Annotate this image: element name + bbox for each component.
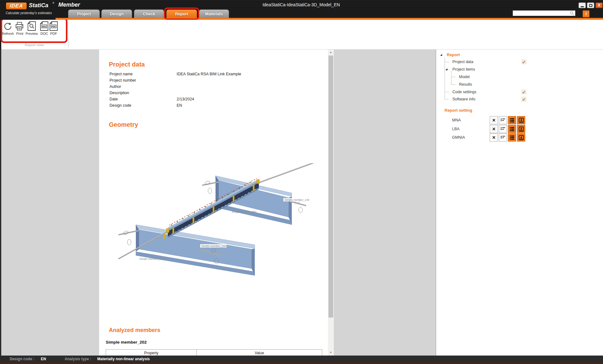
tab-design[interactable]: Design: [101, 9, 132, 18]
bottom-strip: [0, 362, 603, 364]
picture-icon: [519, 135, 524, 140]
field-project-number: Project number: [109, 78, 177, 84]
analysis-type-label: Analysis type :: [65, 357, 91, 361]
tree-item-project-items[interactable]: Project items: [452, 67, 475, 72]
label-member-149: Simple member_149: [285, 198, 309, 201]
minimize-icon: [581, 6, 584, 7]
mna-detailed-output-button[interactable]: [508, 116, 516, 124]
detailed-list-icon: [510, 118, 515, 123]
window-title: IdeaStatiCa-IdeaStatiCa-3D_Model_EN: [220, 2, 383, 7]
group-separator: [68, 37, 69, 48]
report-scrollbar[interactable]: ▲ ▼: [328, 50, 334, 356]
project-data-checkbox[interactable]: ✔: [521, 59, 526, 64]
geometry-heading: Geometry: [109, 121, 138, 128]
report-settings-panel: ◢ Report Project data ✔ ◢ Project items …: [436, 50, 603, 356]
report-tab-highlight: [164, 8, 199, 20]
analysis-label-mna: MNA: [452, 118, 471, 122]
tab-check[interactable]: Check: [134, 9, 164, 18]
status-bar: Design code : EN Analysis type : Materia…: [0, 356, 603, 362]
lba-detailed-output-button[interactable]: [508, 125, 516, 133]
search-box: [513, 10, 575, 16]
analysis-label-gmnia: GMNIA: [452, 135, 471, 140]
member-202-heading: Simple member_202: [106, 340, 147, 345]
toolbar-highlight: [1, 18, 67, 43]
brand-tagline: Calculate yesterday's estimates: [6, 11, 52, 15]
brief-list-icon: [500, 118, 505, 123]
lba-brief-output-button[interactable]: [499, 125, 507, 133]
tree-item-software-info[interactable]: Software info: [452, 97, 475, 101]
app-name: Member: [58, 2, 80, 8]
lba-none-output-button[interactable]: ✕: [490, 125, 498, 133]
close-button[interactable]: X: [595, 3, 603, 8]
gmnia-detailed-output-button[interactable]: [508, 133, 516, 142]
title-bar: IDEA StatiCa ® Member Calculate yesterda…: [0, 0, 603, 20]
lba-pictures-output-button[interactable]: [517, 125, 525, 133]
brief-list-icon: [500, 135, 505, 140]
tree-item-model[interactable]: Model: [459, 75, 470, 79]
mna-pictures-output-button[interactable]: [517, 116, 525, 124]
report-page: Project data Project nameIDEA StatiCa RS…: [99, 50, 328, 356]
scrollbar-thumb[interactable]: [328, 56, 333, 318]
design-code-value: EN: [41, 357, 46, 361]
field-date: Date2/13/2024: [109, 97, 194, 103]
maximize-icon: [589, 4, 592, 7]
tab-underline: [56, 18, 603, 20]
code-settings-checkbox[interactable]: ✔: [521, 89, 526, 94]
detailed-list-icon: [510, 135, 515, 140]
member-202: [166, 178, 259, 238]
analysis-label-lba: LBA: [452, 127, 471, 131]
field-project-name: Project nameIDEA StatiCa RSA BIM Link Ex…: [109, 72, 241, 78]
label-member-159: Simple member_159: [201, 244, 226, 248]
geometry-3d-view: Simple member_149 Simple member_202 Simp…: [118, 163, 326, 314]
tree-item-code-settings[interactable]: Code settings: [452, 90, 476, 94]
label-member-202: Simple member_202: [232, 210, 257, 213]
tree-root-report[interactable]: Report: [447, 52, 460, 57]
registered-mark: ®: [52, 2, 54, 4]
picture-icon: [519, 126, 524, 132]
brief-list-icon: [500, 126, 505, 131]
close-icon: X: [598, 3, 600, 8]
tree-item-results[interactable]: Results: [459, 82, 472, 87]
report-setting-heading: Report setting: [445, 108, 472, 113]
software-info-checkbox[interactable]: ✔: [521, 97, 526, 102]
search-input[interactable]: [514, 11, 569, 16]
maximize-button[interactable]: [587, 3, 594, 8]
field-description: Description: [109, 91, 177, 97]
idea-logo: IDEA: [6, 2, 27, 10]
logo-text: IDEA: [9, 3, 24, 9]
mna-none-output-button[interactable]: ✕: [490, 116, 498, 124]
toolbar-group-label: Report view: [0, 43, 68, 47]
label-member-201: Simple member_201: [139, 257, 164, 260]
tab-project[interactable]: Project: [68, 9, 100, 18]
detailed-list-icon: [510, 126, 515, 131]
field-design-code: Design codeEN: [109, 103, 182, 110]
search-icon[interactable]: [570, 11, 574, 16]
field-author: Author: [109, 84, 177, 91]
analysis-type-value: Materially non-linear analysis: [97, 357, 150, 361]
minimize-button[interactable]: [579, 3, 586, 8]
gmnia-none-output-button[interactable]: ✕: [490, 133, 498, 142]
workspace: Project data Project nameIDEA StatiCa RS…: [0, 50, 603, 356]
mna-brief-output-button[interactable]: [499, 116, 507, 124]
picture-icon: [519, 118, 524, 123]
beam-201: [136, 225, 255, 276]
info-button[interactable]: i: [583, 10, 590, 17]
tab-materials[interactable]: Materials: [199, 9, 229, 18]
scroll-down-icon[interactable]: ▼: [328, 350, 334, 356]
project-data-heading: Project data: [109, 61, 145, 68]
gmnia-brief-output-button[interactable]: [499, 133, 507, 142]
left-edge: [0, 50, 1, 356]
tree-item-project-data[interactable]: Project data: [452, 60, 473, 64]
collapse-triangle-icon[interactable]: ◢: [440, 53, 442, 56]
analyzed-members-heading: Analyzed members: [109, 327, 160, 334]
ribbon-toolbar: Refresh Print Preview: [0, 20, 603, 50]
statica-logo-text: StatiCa: [29, 2, 48, 9]
gmnia-pictures-output-button[interactable]: [517, 133, 525, 142]
expand-triangle-icon[interactable]: ◢: [446, 68, 447, 71]
scroll-up-icon[interactable]: ▲: [328, 50, 334, 55]
design-code-label: Design code :: [10, 357, 35, 361]
